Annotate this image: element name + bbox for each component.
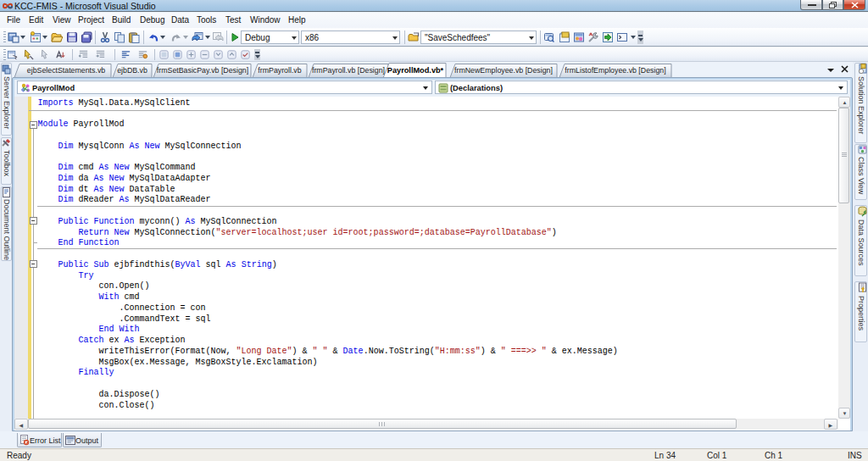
svg-text:ejbDB.vb: ejbDB.vb xyxy=(117,66,147,75)
svg-text:frmPayroll.vb: frmPayroll.vb xyxy=(258,66,301,75)
svg-text:frmPayroll.vb [Design]: frmPayroll.vb [Design] xyxy=(312,66,385,75)
svg-text:frmSetBasicPay.vb [Design]: frmSetBasicPay.vb [Design] xyxy=(157,66,248,75)
svg-text:PayrollMod.vb*: PayrollMod.vb* xyxy=(387,66,444,75)
svg-text:frmListofEmployee.vb [Design]: frmListofEmployee.vb [Design] xyxy=(565,66,665,75)
svg-text:ejbSelectStatements.vb: ejbSelectStatements.vb xyxy=(27,66,106,75)
svg-text:frmNewEmployee.vb [Design]: frmNewEmployee.vb [Design] xyxy=(454,66,553,75)
